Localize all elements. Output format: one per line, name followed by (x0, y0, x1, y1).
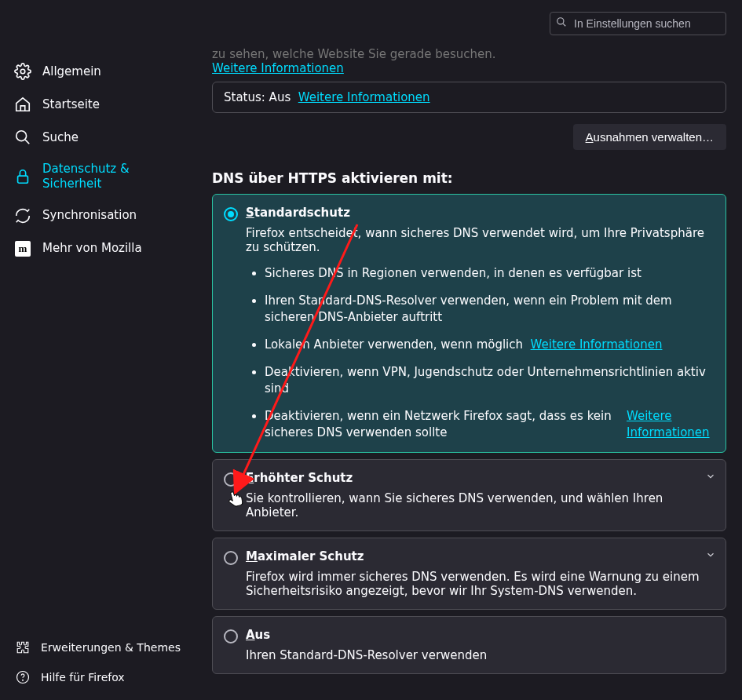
sidebar-item-home[interactable]: Startseite (6, 88, 182, 121)
option-desc: Ihren Standard-DNS-Resolver verwenden (246, 648, 713, 662)
option-title: Maximaler Schutz (246, 549, 713, 563)
sidebar-item-privacy[interactable]: Datenschutz & Sicherheit (6, 154, 182, 199)
option-title: Aus (246, 628, 713, 642)
doh-section-title: DNS über HTTPS aktivieren mit: (212, 170, 730, 186)
radio-icon (224, 629, 238, 643)
status-learn-more-link[interactable]: Weitere Informationen (298, 90, 430, 104)
svg-line-4 (25, 140, 29, 144)
settings-search-input[interactable] (550, 12, 726, 35)
sidebar-bottom-label: Erweiterungen & Themes (41, 641, 181, 654)
status-text: Status: Aus (224, 90, 291, 104)
option-desc: Firefox wird immer sicheres DNS verwende… (246, 570, 713, 598)
doh-status-box: Status: Aus Weitere Informationen (212, 82, 726, 113)
sidebar-item-search[interactable]: Suche (6, 121, 182, 154)
doh-option-standard[interactable]: Standardschutz Firefox entscheidet, wann… (212, 194, 726, 453)
doh-option-max[interactable]: Maximaler Schutz Firefox wird immer sich… (212, 538, 726, 610)
sidebar-item-label: Suche (42, 130, 79, 145)
radio-icon (224, 472, 238, 487)
option-desc: Sie kontrollieren, wann Sie sicheres DNS… (246, 491, 713, 520)
doh-option-off[interactable]: Aus Ihren Standard-DNS-Resolver verwende… (212, 616, 726, 674)
bullet-text: Deaktivieren, wenn VPN, Jugendschutz ode… (265, 365, 706, 396)
sync-icon (14, 207, 31, 224)
option-title: Erhöhter Schutz (246, 471, 713, 485)
settings-search-wrap (550, 12, 726, 35)
sidebar-item-label: Synchronisation (42, 208, 137, 223)
sidebar-bottom-label: Hilfe für Firefox (41, 671, 125, 684)
sidebar-item-sync[interactable]: Synchronisation (6, 199, 182, 232)
help-icon (14, 669, 31, 686)
sidebar-extensions-themes[interactable]: Erweiterungen & Themes (6, 633, 198, 662)
chevron-down-icon (705, 471, 716, 485)
bullet-link[interactable]: Weitere Informationen (531, 337, 663, 352)
svg-rect-5 (18, 176, 28, 183)
truncated-intro-text: zu sehen, welche Website Sie gerade besu… (212, 47, 730, 61)
sidebar-item-more-mozilla[interactable]: m Mehr von Mozilla (6, 232, 182, 265)
bullet-link[interactable]: Weitere Informationen (627, 408, 713, 441)
gear-icon (14, 63, 31, 80)
doh-option-increased[interactable]: Erhöhter Schutz Sie kontrollieren, wann … (212, 459, 726, 531)
settings-sidebar: Allgemein Startseite Suche Datenschutz &… (0, 55, 188, 265)
sidebar-item-label: Mehr von Mozilla (42, 241, 142, 256)
radio-icon (224, 207, 238, 221)
sidebar-item-label: Datenschutz & Sicherheit (42, 162, 174, 191)
search-icon (14, 129, 31, 146)
sidebar-item-general[interactable]: Allgemein (6, 55, 182, 88)
sidebar-item-label: Allgemein (42, 64, 101, 79)
bullet-text: Deaktivieren, wenn ein Netzwerk Firefox … (265, 408, 619, 441)
home-icon (14, 96, 31, 113)
sidebar-item-label: Startseite (42, 97, 100, 112)
mozilla-icon: m (14, 240, 31, 257)
radio-icon (224, 551, 238, 565)
bullet-text: Sicheres DNS in Regionen verwenden, in d… (265, 266, 641, 280)
option-desc: Firefox entscheidet, wann sicheres DNS v… (246, 226, 713, 254)
settings-content: zu sehen, welche Website Sie gerade besu… (212, 47, 730, 680)
bullet-text: Lokalen Anbieter verwenden, wenn möglich (265, 337, 523, 352)
sidebar-bottom: Erweiterungen & Themes Hilfe für Firefox (0, 633, 204, 692)
svg-point-2 (20, 69, 25, 74)
svg-point-7 (23, 680, 24, 680)
lock-icon (14, 168, 31, 185)
chevron-down-icon (705, 549, 716, 563)
manage-exceptions-button[interactable]: Ausnahmen verwalten… (573, 124, 726, 150)
puzzle-icon (14, 639, 31, 656)
bullet-text: Ihren Standard-DNS-Resolver verwenden, w… (265, 293, 672, 324)
sidebar-help[interactable]: Hilfe für Firefox (6, 662, 198, 692)
svg-point-3 (16, 131, 27, 141)
learn-more-link[interactable]: Weitere Informationen (212, 61, 730, 75)
option-title: Standardschutz (246, 206, 713, 220)
option-bullets: Sicheres DNS in Regionen verwenden, in d… (246, 265, 713, 441)
